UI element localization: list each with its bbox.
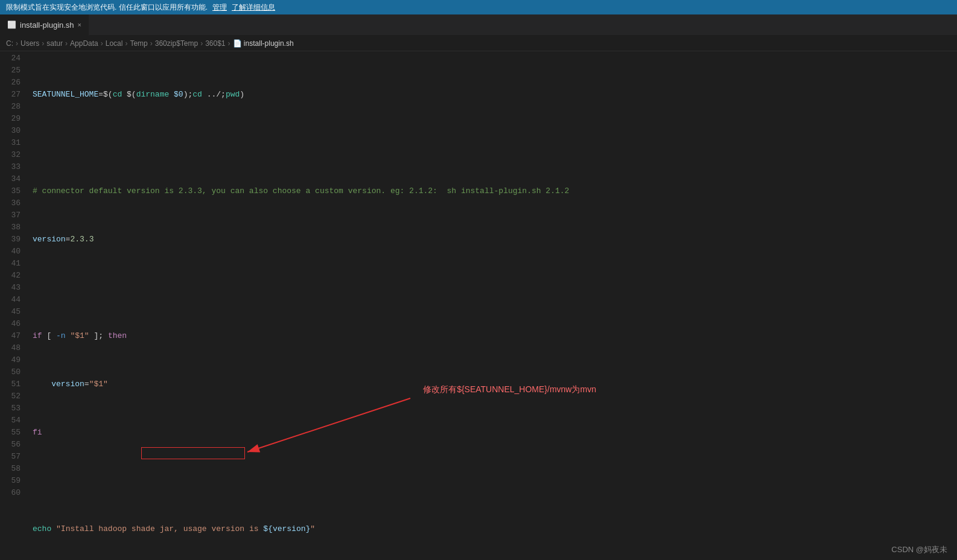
breadcrumb-part: AppData [70,39,98,48]
code-line-29: if [ -n "$1" ]; then [30,330,957,342]
learn-link[interactable]: 了解详细信息 [232,2,275,13]
breadcrumb: C: › Users › satur › AppData › Local › T… [0,36,957,51]
editor-tab[interactable]: ⬜ install-plugin.sh × [0,14,89,36]
manage-link[interactable]: 管理 [212,2,227,13]
svg-line-1 [247,398,410,452]
breadcrumb-part: 360zip$Temp [155,39,198,48]
line-numbers: 24 25 26 27 28 29 30 31 32 33 34 35 36 3… [0,51,30,560]
breadcrumb-part: 360$1 [205,39,225,48]
breadcrumb-part: Users [21,39,39,48]
code-line-26: # connector default version is 2.3.3, yo… [30,185,957,197]
code-line-30: version="$1" [30,378,957,390]
code-line-28 [30,282,957,294]
code-line-24: SEATUNNEL_HOME=$(cd $(dirname $0);cd ../… [30,89,957,101]
code-line-33: echo "Install hadoop shade jar, usage ve… [30,523,957,535]
code-editor: 24 25 26 27 28 29 30 31 32 33 34 35 36 3… [0,51,957,560]
breadcrumb-part: Local [106,39,123,48]
code-content: SEATUNNEL_HOME=$(cd $(dirname $0);cd ../… [30,51,957,560]
tab-close-button[interactable]: × [78,21,81,28]
browser-restricted-bar: 限制模式旨在实现安全地浏览代码. 信任此窗口以应用所有功能. 管理 了解详细信息 [0,0,957,14]
watermark: CSDN @妈夜未 [891,544,947,555]
code-line-27: version=2.3.3 [30,234,957,246]
code-line-32 [30,475,957,487]
highlight-rect [141,447,245,459]
breadcrumb-part: Temp [130,39,147,48]
tab-bar: ⬜ install-plugin.sh × [0,14,957,36]
tab-filename: install-plugin.sh [20,21,74,30]
file-icon: ⬜ [7,21,16,29]
breadcrumb-file: 📄 install-plugin.sh [233,39,294,48]
breadcrumb-part: C: [6,39,13,48]
breadcrumb-part: satur [46,39,63,48]
code-line-25 [30,137,957,149]
code-line-31: fi [30,427,957,439]
restricted-mode-text: 限制模式旨在实现安全地浏览代码. 信任此窗口以应用所有功能. [6,2,208,13]
